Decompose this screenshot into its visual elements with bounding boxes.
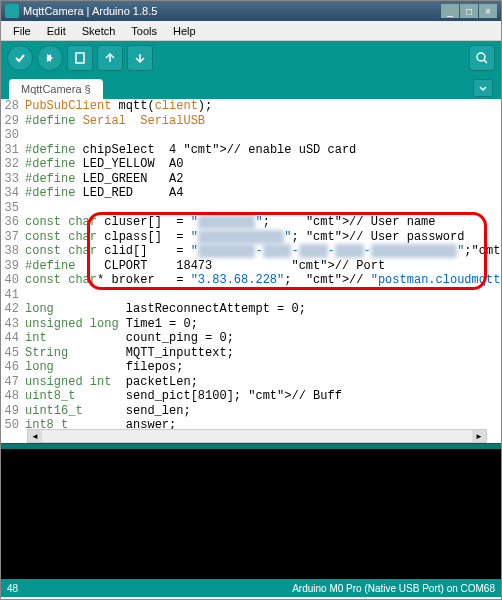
svg-rect-0: [76, 53, 84, 63]
menu-sketch[interactable]: Sketch: [74, 23, 124, 39]
save-button[interactable]: [127, 45, 153, 71]
close-button[interactable]: ×: [479, 4, 497, 18]
scroll-right-button[interactable]: ►: [472, 430, 486, 442]
status-line-number: 48: [7, 583, 292, 594]
horizontal-scrollbar[interactable]: ◄ ►: [27, 429, 487, 443]
minimize-button[interactable]: _: [441, 4, 459, 18]
tab-bar: MqttCamera §: [1, 75, 501, 99]
scroll-left-button[interactable]: ◄: [28, 430, 42, 442]
app-icon: [5, 4, 19, 18]
window-title: MqttCamera | Arduino 1.8.5: [23, 5, 441, 17]
window-titlebar: MqttCamera | Arduino 1.8.5 _ □ ×: [1, 1, 501, 21]
menu-help[interactable]: Help: [165, 23, 204, 39]
console-output[interactable]: [1, 449, 501, 579]
menu-file[interactable]: File: [5, 23, 39, 39]
new-button[interactable]: [67, 45, 93, 71]
upload-button[interactable]: [37, 45, 63, 71]
svg-point-1: [477, 53, 485, 61]
menu-edit[interactable]: Edit: [39, 23, 74, 39]
code-editor[interactable]: 28PubSubClient mqtt(client);29#define Se…: [1, 99, 501, 443]
tab-menu-button[interactable]: [473, 79, 493, 97]
status-bar: 48 Arduino M0 Pro (Native USB Port) on C…: [1, 579, 501, 597]
tab-sketch[interactable]: MqttCamera §: [9, 79, 103, 99]
maximize-button[interactable]: □: [460, 4, 478, 18]
menu-tools[interactable]: Tools: [123, 23, 165, 39]
serial-monitor-button[interactable]: [469, 45, 495, 71]
toolbar: [1, 41, 501, 75]
open-button[interactable]: [97, 45, 123, 71]
verify-button[interactable]: [7, 45, 33, 71]
menu-bar: File Edit Sketch Tools Help: [1, 21, 501, 41]
status-board-info: Arduino M0 Pro (Native USB Port) on COM6…: [292, 583, 495, 594]
